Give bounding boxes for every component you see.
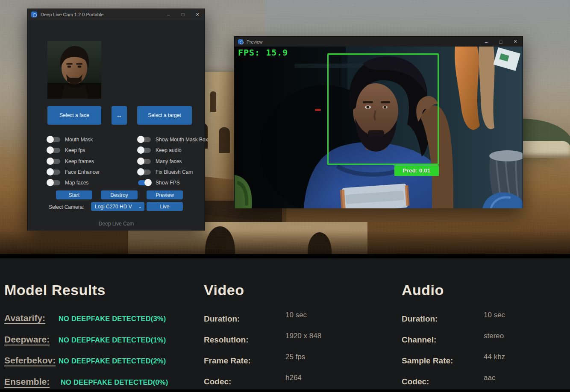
model-result-value: NO DEEPFAKE DETECTED(0%) (61, 378, 168, 386)
mouth-mask-toggle[interactable] (47, 137, 60, 142)
app-footer-label: Deep Live Cam (28, 221, 205, 227)
close-icon[interactable]: ✕ (190, 9, 205, 20)
toggle-row-keep-audio: Keep audio (138, 146, 182, 155)
toggle-row-mouth-mask: Mouth Mask (47, 135, 93, 144)
video-duration-label: Duration: (204, 314, 240, 323)
toggle-label: Face Enhancer (65, 169, 100, 175)
dlc-titlebar[interactable]: Deep Live Cam 1.2.0 Portable – □ ✕ (28, 9, 205, 20)
audio-codec-label: Codec: (402, 377, 429, 386)
select-target-button[interactable]: Select a target (137, 106, 192, 125)
camera-select-dropdown[interactable]: Logi C270 HD V ⌄ (91, 202, 144, 211)
toggle-label: Map faces (65, 180, 88, 186)
model-results-heading: Model Results (4, 282, 106, 298)
preview-window-title: Preview (247, 39, 262, 44)
video-info-row: Duration: 10 sec (204, 314, 240, 324)
model-results-column: Model Results Avatarify: NO DEEPFAKE DET… (4, 258, 197, 389)
keep-audio-toggle[interactable] (138, 148, 151, 153)
live-button[interactable]: Live (147, 202, 183, 211)
minimize-icon[interactable]: – (161, 9, 176, 20)
video-info-column: Video Duration: 10 sec Resolution: 1920 … (204, 258, 383, 389)
toggle-label: Mouth Mask (65, 137, 93, 143)
preview-window: Preview – □ ✕ (234, 36, 523, 208)
model-result-value: NO DEEPFAKE DETECTED(3%) (59, 315, 166, 323)
deep-live-cam-window: Deep Live Cam 1.2.0 Portable – □ ✕ (27, 9, 205, 231)
map-faces-toggle[interactable] (47, 180, 60, 185)
video-resolution-label: Resolution: (204, 335, 249, 344)
audio-info-row: Duration: 10 sec (402, 314, 438, 324)
show-mouth-mask-box-toggle[interactable] (138, 137, 151, 142)
face-detection-box (327, 53, 439, 165)
audio-heading: Audio (402, 282, 444, 298)
audio-channel-value: stereo (484, 332, 504, 340)
toggle-label: Show FPS (156, 180, 180, 186)
select-camera-label: Select Camera: (49, 203, 84, 211)
model-result-row: Ensemble: NO DEEPFAKE DETECTED(0%) (4, 377, 50, 389)
toggle-row-show-mouth-mask-box: Show Mouth Mask Box (138, 135, 208, 144)
prediction-badge: Pred: 0.01 (394, 165, 439, 176)
toggle-label: Show Mouth Mask Box (156, 137, 208, 143)
video-info-row: Codec: h264 (204, 377, 231, 386)
show-fps-toggle[interactable] (138, 180, 151, 185)
toggle-row-map-faces: Map faces (47, 178, 88, 187)
model-result-row: Avatarify: NO DEEPFAKE DETECTED(3%) (4, 313, 45, 325)
toggle-label: Keep fps (65, 147, 85, 153)
fix-blueish-cam-toggle[interactable] (138, 170, 151, 175)
app-icon (31, 12, 37, 18)
start-button[interactable]: Start (56, 190, 92, 199)
toggle-row-fix-blueish-cam: Fix Blueish Cam (138, 168, 193, 176)
video-framerate-value: 25 fps (285, 353, 305, 361)
many-faces-toggle[interactable] (138, 159, 151, 164)
video-duration-value: 10 sec (285, 311, 307, 319)
audio-info-row: Sample Rate: 44 khz (402, 356, 453, 366)
audio-info-row: Codec: aac (402, 377, 429, 386)
model-result-row: Deepware: NO DEEPFAKE DETECTED(1%) (4, 334, 50, 346)
keep-fps-toggle[interactable] (47, 148, 60, 153)
fps-counter: FPS: 15.9 (238, 47, 288, 58)
audio-info-column: Audio Duration: 10 sec Channel: stereo S… (402, 258, 570, 389)
video-codec-label: Codec: (204, 377, 231, 386)
toggle-label: Keep frames (65, 158, 94, 164)
maximize-icon[interactable]: □ (176, 9, 190, 20)
audio-samplerate-value: 44 khz (484, 353, 505, 361)
audio-channel-label: Channel: (402, 335, 436, 344)
model-link-avatarify[interactable]: Avatarify: (4, 313, 45, 323)
audio-info-row: Channel: stereo (402, 335, 436, 345)
audio-duration-value: 10 sec (484, 311, 505, 319)
results-panel: Model Results Avatarify: NO DEEPFAKE DET… (0, 254, 570, 392)
toggle-row-face-enhancer: Face Enhancer (47, 168, 100, 176)
video-info-row: Resolution: 1920 x 848 (204, 335, 249, 345)
minimize-icon[interactable]: – (479, 37, 494, 47)
toggle-label: Many faces (156, 158, 182, 164)
close-icon[interactable]: ✕ (508, 37, 523, 47)
audio-codec-value: aac (484, 374, 495, 382)
webcam-feed: FPS: 15.9 Pred: 0.01 (235, 47, 523, 208)
model-link-deepware[interactable]: Deepware: (4, 334, 50, 344)
preview-button[interactable]: Preview (147, 190, 183, 199)
model-link-ensemble[interactable]: Ensemble: (4, 377, 50, 386)
toggle-row-many-faces: Many faces (138, 157, 182, 166)
results-panel-body: Model Results Avatarify: NO DEEPFAKE DET… (0, 258, 570, 389)
window-title: Deep Live Cam 1.2.0 Portable (41, 12, 103, 17)
select-face-button[interactable]: Select a face (47, 106, 101, 125)
app-icon (238, 39, 243, 44)
toggle-row-keep-frames: Keep frames (47, 157, 94, 166)
model-result-row: Seferbekov: NO DEEPFAKE DETECTED(2%) (4, 355, 56, 367)
model-link-seferbekov[interactable]: Seferbekov: (4, 355, 56, 365)
destroy-button[interactable]: Destroy (101, 190, 138, 199)
toggle-row-keep-fps: Keep fps (47, 146, 85, 155)
face-portrait-art (47, 41, 101, 99)
swap-faces-button[interactable]: ↔ (112, 106, 127, 125)
keep-frames-toggle[interactable] (47, 159, 60, 164)
model-result-value: NO DEEPFAKE DETECTED(2%) (59, 357, 166, 365)
face-enhancer-toggle[interactable] (47, 170, 60, 175)
preview-titlebar[interactable]: Preview – □ ✕ (235, 37, 523, 47)
chevron-down-icon: ⌄ (138, 204, 142, 209)
audio-duration-label: Duration: (402, 314, 438, 323)
audio-samplerate-label: Sample Rate: (402, 356, 453, 365)
video-resolution-value: 1920 x 848 (285, 332, 321, 340)
maximize-icon[interactable]: □ (494, 37, 508, 47)
toggle-row-show-fps: Show FPS (138, 178, 180, 187)
video-info-row: Frame Rate: 25 fps (204, 356, 251, 366)
video-heading: Video (204, 282, 244, 298)
toggle-label: Keep audio (156, 147, 182, 153)
